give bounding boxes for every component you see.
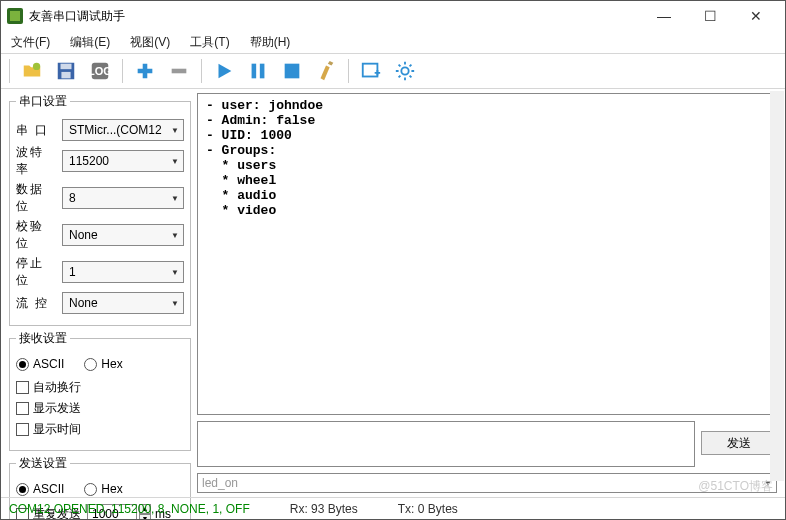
port-select[interactable]: STMicr...(COM12▼ — [62, 119, 184, 141]
stopbits-label: 停止位 — [16, 255, 56, 289]
separator — [122, 59, 123, 83]
separator — [348, 59, 349, 83]
window-add-icon[interactable] — [357, 57, 385, 85]
databits-select[interactable]: 8▼ — [62, 187, 184, 209]
titlebar: 友善串口调试助手 ― ☐ ✕ — [1, 1, 785, 31]
svg-rect-1 — [61, 64, 72, 69]
svg-rect-6 — [260, 64, 265, 79]
app-icon — [7, 8, 23, 24]
port-label: 串 口 — [16, 122, 56, 139]
showsend-check[interactable]: 显示发送 — [16, 400, 184, 417]
send-input[interactable] — [197, 421, 695, 467]
send-settings-title: 发送设置 — [16, 455, 70, 472]
menu-help[interactable]: 帮助(H) — [246, 32, 295, 53]
parity-label: 校验位 — [16, 218, 56, 252]
play-icon[interactable] — [210, 57, 238, 85]
menu-tools[interactable]: 工具(T) — [186, 32, 233, 53]
send-hex-radio[interactable]: Hex — [84, 482, 122, 496]
stop-icon[interactable] — [278, 57, 306, 85]
log-icon[interactable]: LOG — [86, 57, 114, 85]
pause-icon[interactable] — [244, 57, 272, 85]
serial-settings-panel: 串口设置 串 口 STMicr...(COM12▼ 波特率 115200▼ 数据… — [9, 93, 191, 326]
separator — [9, 59, 10, 83]
status-rx: Rx: 93 Bytes — [290, 502, 358, 516]
recv-hex-radio[interactable]: Hex — [84, 357, 122, 371]
minus-icon[interactable] — [165, 57, 193, 85]
svg-text:LOG: LOG — [89, 65, 111, 77]
toolbar: LOG — [1, 53, 785, 89]
showtime-check[interactable]: 显示时间 — [16, 421, 184, 438]
send-button[interactable]: 发送 — [701, 431, 777, 455]
svg-rect-2 — [61, 72, 70, 78]
recv-settings-title: 接收设置 — [16, 330, 70, 347]
flow-label: 流 控 — [16, 295, 56, 312]
close-button[interactable]: ✕ — [733, 1, 779, 31]
baud-label: 波特率 — [16, 144, 56, 178]
minimize-button[interactable]: ― — [641, 1, 687, 31]
menubar: 文件(F) 编辑(E) 视图(V) 工具(T) 帮助(H) — [1, 31, 785, 53]
clear-icon[interactable] — [312, 57, 340, 85]
send-history-select[interactable]: led_on▼ — [197, 473, 777, 493]
serial-settings-title: 串口设置 — [16, 93, 70, 110]
svg-rect-7 — [285, 64, 300, 79]
baud-select[interactable]: 115200▼ — [62, 150, 184, 172]
recv-ascii-radio[interactable]: ASCII — [16, 357, 64, 371]
output-textarea[interactable]: - user: johndoe - Admin: false - UID: 10… — [197, 93, 777, 415]
separator — [201, 59, 202, 83]
parity-select[interactable]: None▼ — [62, 224, 184, 246]
status-tx: Tx: 0 Bytes — [398, 502, 458, 516]
statusbar: COM12 OPENED, 115200, 8, NONE, 1, OFF Rx… — [1, 497, 785, 519]
flow-select[interactable]: None▼ — [62, 292, 184, 314]
svg-rect-5 — [252, 64, 257, 79]
window-title: 友善串口调试助手 — [29, 8, 641, 25]
stopbits-select[interactable]: 1▼ — [62, 261, 184, 283]
scrollbar[interactable] — [770, 91, 784, 481]
svg-point-9 — [401, 67, 408, 74]
save-icon[interactable] — [52, 57, 80, 85]
menu-edit[interactable]: 编辑(E) — [66, 32, 114, 53]
plus-icon[interactable] — [131, 57, 159, 85]
watermark: @51CTO博客 — [698, 478, 773, 495]
settings-icon[interactable] — [391, 57, 419, 85]
databits-label: 数据位 — [16, 181, 56, 215]
open-folder-icon[interactable] — [18, 57, 46, 85]
svg-rect-8 — [363, 64, 378, 77]
recv-settings-panel: 接收设置 ASCII Hex 自动换行 显示发送 显示时间 — [9, 330, 191, 451]
menu-file[interactable]: 文件(F) — [7, 32, 54, 53]
status-connection: COM12 OPENED, 115200, 8, NONE, 1, OFF — [9, 502, 250, 516]
menu-view[interactable]: 视图(V) — [126, 32, 174, 53]
autowrap-check[interactable]: 自动换行 — [16, 379, 184, 396]
maximize-button[interactable]: ☐ — [687, 1, 733, 31]
send-ascii-radio[interactable]: ASCII — [16, 482, 64, 496]
